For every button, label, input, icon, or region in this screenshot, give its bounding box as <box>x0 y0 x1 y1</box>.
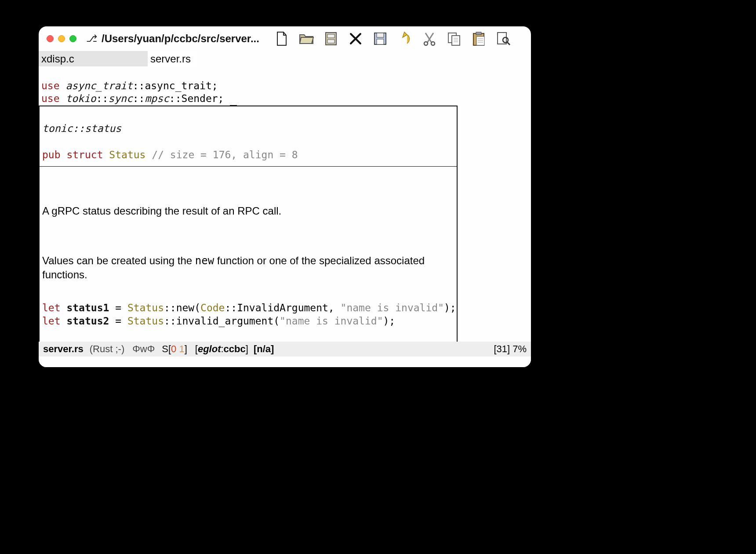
modeline-position: [31] 7% <box>494 343 527 355</box>
modeline-major-mode: (Rust ;-) <box>90 343 124 355</box>
modeline-na: [n/a] <box>254 343 274 355</box>
maximize-button[interactable] <box>69 35 76 42</box>
doc-detail: Values can be created using the new func… <box>42 254 454 281</box>
minibuffer[interactable] <box>39 357 531 367</box>
mode-line[interactable]: server.rs (Rust ;-) ΦwΦ S[0 1] [eglot:cc… <box>39 342 531 357</box>
svg-line-21 <box>507 42 510 45</box>
window-title: /Users/yuan/p/ccbc/src/server... <box>102 33 259 45</box>
tab-strip: xdisp.c server.rs <box>39 51 531 67</box>
type-name: Status <box>109 149 145 160</box>
code-text: ::Sender; <box>169 93 224 104</box>
import-path: tokio <box>65 93 96 104</box>
editor-window: ⎇ /Users/yuan/p/ccbc/src/server... <box>39 26 531 367</box>
vcs-indicator-icon: ⎇ <box>86 33 97 44</box>
keyword: use <box>41 93 60 104</box>
svg-rect-4 <box>377 33 384 37</box>
kill-buffer-icon[interactable] <box>348 31 363 46</box>
titlebar: ⎇ /Users/yuan/p/ccbc/src/server... <box>39 26 531 51</box>
open-folder-icon[interactable] <box>299 31 314 46</box>
modeline-filename: server.rs <box>43 343 84 355</box>
tab-xdisp[interactable]: xdisp.c <box>39 51 148 66</box>
svg-rect-9 <box>452 36 460 45</box>
modeline-lsp[interactable]: [eglot:ccbc] <box>195 343 248 355</box>
find-icon[interactable] <box>496 31 511 46</box>
modeline-indicator: ΦwΦ <box>132 343 155 355</box>
modeline-diagnostics[interactable]: S[0 1] <box>162 343 187 355</box>
undo-icon[interactable] <box>397 31 412 46</box>
keyword: use <box>41 80 60 91</box>
keyword: pub <box>42 149 61 160</box>
save-icon[interactable] <box>373 31 388 46</box>
cut-icon[interactable] <box>422 31 437 46</box>
new-file-icon[interactable] <box>274 31 289 46</box>
svg-point-7 <box>431 42 435 45</box>
copy-icon[interactable] <box>447 31 462 46</box>
traffic-lights <box>47 35 76 42</box>
minimize-button[interactable] <box>58 35 65 42</box>
code-editor[interactable]: use async_trait::async_trait; use tokio:… <box>39 67 531 367</box>
tab-label: server.rs <box>150 53 191 65</box>
paste-icon[interactable] <box>471 31 486 46</box>
svg-rect-2 <box>327 40 334 43</box>
svg-rect-14 <box>476 32 481 35</box>
import-path: async_trait <box>65 80 132 91</box>
svg-rect-1 <box>327 34 334 38</box>
keyword: struct <box>66 149 103 160</box>
close-button[interactable] <box>47 35 54 42</box>
symbol-path: tonic::status <box>42 123 121 134</box>
type-metadata: // size = 176, align = 8 <box>152 149 298 160</box>
file-manager-icon[interactable] <box>323 31 338 46</box>
hover-documentation-popup: tonic::status pub struct Status // size … <box>39 106 458 367</box>
svg-rect-15 <box>476 36 484 45</box>
tab-server[interactable]: server.rs <box>148 51 197 66</box>
separator <box>40 166 457 167</box>
svg-point-6 <box>424 42 428 45</box>
code-text: ::async_trait; <box>133 80 218 91</box>
toolbar <box>274 31 511 46</box>
doc-summary: A gRPC status describing the result of a… <box>42 204 454 218</box>
svg-rect-5 <box>377 39 384 44</box>
tab-label: xdisp.c <box>41 53 74 65</box>
